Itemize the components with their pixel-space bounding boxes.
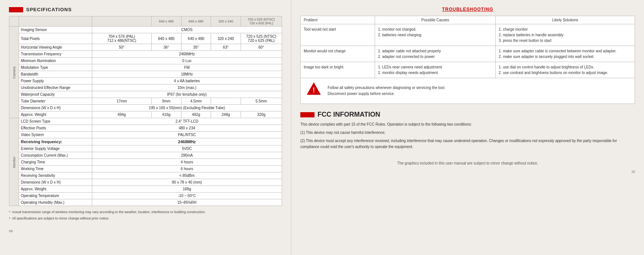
row-value: 320 x 240 — [211, 33, 241, 44]
row-label: Exterior Supply Voltage — [19, 145, 92, 152]
table-row: Working Time 6 hours — [9, 166, 282, 172]
table-row: Approx. Weight 494g 416g 492g 248g 320g — [9, 111, 282, 118]
row-value: 18MHz — [92, 71, 282, 78]
fcc-title: FCC INFORMATION — [318, 111, 380, 119]
row-value: 640 x 480 — [181, 33, 211, 44]
table-row: Approx. Weight 168g — [9, 186, 282, 193]
table-row: Transmission Frequency 2468MHz — [9, 51, 282, 58]
row-value: 10m (max.) — [92, 85, 282, 91]
row-value: 6 hours — [92, 166, 282, 172]
troubleshoot-title: TROUBLESHOOTING — [442, 7, 493, 12]
footnote-1: * Actual transmission range of wireless … — [9, 210, 282, 215]
row-label: Dimensions (W x D x H) — [19, 179, 92, 186]
table-row: Monitor would not charge 1. adapter cabl… — [301, 46, 635, 62]
row-value: 290mA — [92, 152, 282, 159]
row-value: 416g — [151, 111, 181, 118]
row-label: Approx. Weight — [19, 111, 92, 118]
row-label: Bandwidth — [19, 71, 92, 78]
footnote-2: * All specifications are subject to mino… — [9, 216, 282, 221]
row-value: -10 ~ 50°C — [92, 193, 282, 199]
row-label: Waterproof Capacity — [19, 91, 92, 98]
row-label: Charging Time — [19, 159, 92, 166]
row-label: LCD Screen Type — [19, 118, 92, 125]
row-value: 17mm — [92, 98, 151, 105]
red-bar-left — [9, 7, 23, 12]
row-value: 2468MHz — [92, 138, 282, 145]
row-value: 4.5mm — [181, 98, 211, 105]
row-value: CMOS — [92, 27, 282, 33]
fcc-para-1: This device complies with part 15 of the… — [300, 122, 635, 128]
row-value: IP67 (for lens/tube only) — [92, 91, 282, 98]
row-value: 320g — [241, 111, 282, 118]
row-value: 720 x 525 (NTSC)720 x 625 (PAL) — [241, 33, 282, 44]
fcc-para-3: (2) This device must accept any interfer… — [300, 138, 635, 150]
table-row: Receiving frequency: 2468MHz — [9, 138, 282, 145]
problem-cell: Monitor would not charge — [301, 46, 375, 62]
fcc-para-2: (1) This device may not cause harmful in… — [300, 130, 635, 136]
page-num-right: 10 — [631, 170, 635, 173]
table-row: Unobstructed Effective Range 10m (max.) — [9, 85, 282, 91]
row-value: 0 Lux — [92, 58, 282, 64]
col-h1 — [19, 16, 92, 27]
row-value: FM — [92, 64, 282, 71]
col-h3: 640 x 480 — [151, 16, 181, 27]
col-solutions: Likely Solutions — [496, 16, 635, 24]
col-h5: 320 x 240 — [211, 16, 241, 27]
col-h6: 720 x 525 (NTSC)720 x 625 (PAL) — [241, 16, 282, 27]
row-value: 15~85%RH — [92, 199, 282, 206]
right-page: TROUBLESHOOTING Problem Possible Causes … — [291, 0, 644, 255]
table-row: Modulation Type FM — [9, 64, 282, 71]
row-label: Minimum Illumination — [19, 58, 92, 64]
row-label: Tube Diameter — [19, 98, 92, 105]
row-label: Transmission Frequency — [19, 51, 92, 58]
table-row: Video System PAL/NTSC — [9, 132, 282, 138]
page-num-left: 09 — [9, 229, 13, 233]
red-bar-right — [300, 112, 315, 117]
table-row: Tube Diameter 17mm 9mm 4.5mm 5.5mm — [9, 98, 282, 105]
table-row: Monitor LCD Screen Type 2.4" TFT-LCD — [9, 118, 282, 125]
table-row: Camera Imaging Sensor CMOS — [9, 27, 282, 33]
row-value: 4 hours — [92, 159, 282, 166]
row-value: 2.4" TFT-LCD — [92, 118, 282, 125]
table-row: Dimensions (W x D x H) 195 x 165 x 55(mm… — [9, 105, 282, 111]
specs-table: 640 x 480 640 x 480 320 x 240 720 x 525 … — [9, 16, 282, 206]
footnotes: * Actual transmission range of wireless … — [9, 210, 282, 221]
table-row: Effective Pixels 480 x 234 — [9, 125, 282, 132]
specs-header: SPECIFICATIONS — [9, 7, 282, 12]
svg-text:!: ! — [313, 86, 315, 94]
troubleshoot-header: TROUBLESHOOTING — [300, 7, 635, 12]
row-value: 492g — [181, 111, 211, 118]
row-label: Consumption Current (Max.) — [19, 152, 92, 159]
row-value: 90 x 78 x 40 (mm) — [92, 179, 282, 186]
row-label: Approx. Weight — [19, 186, 92, 193]
camera-label: Camera — [9, 27, 19, 118]
problem-cell: Image too dark or bright — [301, 62, 375, 78]
table-row: Power Supply 4 x AA batteries — [9, 78, 282, 85]
row-label: Horizontal Viewing Angle — [19, 44, 92, 51]
table-row: Horizontal Viewing Angle 50° 36° 35° 63°… — [9, 44, 282, 51]
row-label: Effective Pixels — [19, 125, 92, 132]
row-label: Power Supply — [19, 78, 92, 85]
table-row: Charging Time 4 hours — [9, 159, 282, 166]
row-value: 9mm — [151, 98, 181, 105]
cause-cell: 1. monitor not charged.2. batteries need… — [375, 24, 495, 46]
table-row: Waterproof Capacity IP67 (for lens/tube … — [9, 91, 282, 98]
fcc-body: This device complies with part 15 of the… — [300, 122, 635, 150]
row-label: Unobstructed Effective Range — [19, 85, 92, 91]
row-label: Operating Temperature — [19, 193, 92, 199]
table-row: Total Pixels 704 x 576 (PAL)712 x 486(NT… — [9, 33, 282, 44]
solution-cell: 1. make sure adapter cable is connected … — [496, 46, 635, 62]
row-label: Dimensions (W x D x H) — [19, 105, 92, 111]
table-header-row: Problem Possible Causes Likely Solutions — [301, 16, 635, 24]
row-label: Imaging Sensor — [19, 27, 92, 33]
row-value: 5VDC — [92, 145, 282, 152]
col-h4: 640 x 480 — [181, 16, 211, 27]
row-value: 4 x AA batteries — [92, 78, 282, 85]
row-label: Video System — [19, 132, 92, 138]
solution-cell: 1. use dial on control handle to adjust … — [496, 62, 635, 78]
col-causes: Possible Causes — [375, 16, 495, 24]
cause-cell: 1. adapter cable not attached properly2.… — [375, 46, 495, 62]
col-h0 — [9, 16, 19, 27]
row-label: Modulation Type — [19, 64, 92, 71]
warning-cell: ! Follow all safety precautions whenever… — [301, 78, 635, 104]
